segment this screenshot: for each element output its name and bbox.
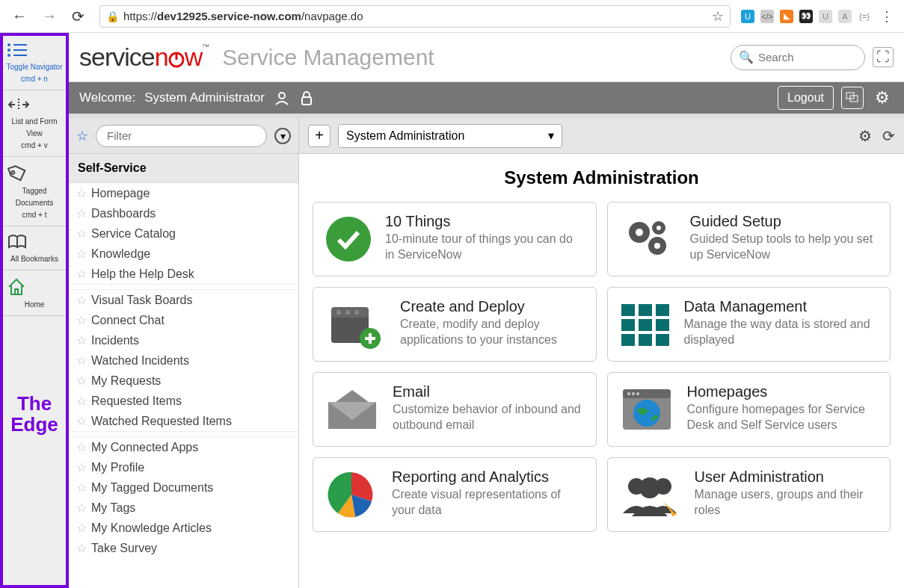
nav-item[interactable]: ☆My Tags [69, 498, 298, 518]
star-icon[interactable]: ☆ [76, 353, 87, 368]
gear-icon[interactable]: ⚙ [858, 127, 872, 145]
edge-home[interactable]: Home [3, 270, 66, 316]
ext-icon[interactable]: {=} [858, 10, 871, 23]
card-grid[interactable]: Data ManagementManage the way data is st… [607, 287, 891, 362]
nav-item[interactable]: ☆Service Catalog [69, 223, 298, 244]
nav-item[interactable]: ☆Knowledge [69, 244, 298, 264]
nav-item[interactable]: ☆Visual Task Boards [69, 290, 298, 310]
gear-icon[interactable]: ⚙ [871, 87, 894, 109]
card-check[interactable]: 10 Things10-minute tour of things you ca… [313, 202, 597, 276]
expand-icon[interactable]: ⛶ [873, 47, 894, 67]
ext-icon[interactable]: ◣ [780, 10, 793, 23]
nav-section-header[interactable]: Self-Service [69, 154, 298, 183]
star-icon[interactable]: ☆ [76, 394, 87, 408]
star-icon[interactable]: ☆ [76, 374, 87, 388]
star-icon[interactable]: ☆ [76, 480, 87, 495]
add-button[interactable]: + [308, 125, 330, 147]
star-icon[interactable]: ☆ [76, 226, 87, 241]
card-title: Guided Setup [690, 213, 880, 230]
nav-item[interactable]: ☆Requested Items [69, 391, 298, 411]
edge-toggle-navigator[interactable]: Toggle Navigatorcmd + n [3, 36, 66, 90]
card-grid: 10 Things10-minute tour of things you ca… [313, 202, 891, 532]
deploy-icon [324, 298, 388, 350]
card-mail[interactable]: EmailCustomize behavior of inbound and o… [313, 372, 597, 447]
star-icon[interactable]: ☆ [76, 247, 87, 261]
card-deploy[interactable]: Create and DeployCreate, modify and depl… [313, 287, 597, 362]
favorite-star-icon[interactable]: ☆ [76, 128, 88, 144]
card-pie[interactable]: Reporting and AnalyticsCreate visual rep… [313, 457, 597, 532]
ext-icon[interactable]: </> [760, 10, 774, 23]
star-icon[interactable]: ☆ [712, 8, 724, 25]
nav-item[interactable]: ☆My Tagged Documents [69, 477, 298, 498]
edge-sidebar: Toggle Navigatorcmd + n List and Form Vi… [0, 33, 69, 588]
lock-icon[interactable] [299, 90, 314, 106]
filter-input[interactable] [96, 125, 267, 147]
nav-item[interactable]: ☆Watched Incidents [69, 350, 298, 371]
logout-button[interactable]: Logout [778, 86, 834, 110]
svg-rect-28 [656, 304, 669, 316]
card-desc: Configure homepages for Service Desk and… [687, 402, 880, 433]
nav-item-label: Dashboards [91, 207, 156, 220]
reload-button[interactable]: ⟳ [67, 4, 89, 28]
edge-tagged-documents[interactable]: Tagged Documentscmd + t [3, 157, 66, 226]
card-users[interactable]: User AdministrationManage users, groups … [607, 457, 891, 532]
back-button[interactable]: ← [7, 4, 31, 28]
forward-button[interactable]: → [37, 4, 61, 28]
card-gears[interactable]: Guided SetupGuided Setup tools to help y… [607, 202, 891, 276]
global-search[interactable]: 🔍 ▼ [731, 45, 865, 70]
nav-item[interactable]: ☆Watched Requested Items [69, 411, 298, 431]
ext-icon[interactable]: 👀 [799, 10, 813, 23]
star-icon[interactable]: ☆ [76, 333, 87, 347]
nav-item[interactable]: ☆Homepage [69, 183, 298, 203]
ext-icon[interactable]: A [838, 10, 852, 23]
nav-item[interactable]: ☆My Requests [69, 371, 298, 391]
edge-label: All Bookmarks [10, 255, 58, 263]
card-title: 10 Things [385, 213, 585, 230]
tag-icon [6, 163, 63, 182]
content-body: System Administration 10 Things10-minute… [299, 154, 904, 588]
svg-rect-26 [621, 304, 635, 316]
star-icon[interactable]: ☆ [76, 267, 87, 281]
chrome-menu-icon[interactable]: ⋮ [877, 8, 897, 25]
collapse-icon[interactable]: ▾ [274, 128, 291, 144]
ext-icon[interactable]: U [819, 10, 832, 23]
star-icon[interactable]: ☆ [76, 206, 87, 220]
welcome-label: Welcome: [79, 90, 135, 105]
card-globe[interactable]: HomepagesConfigure homepages for Service… [607, 372, 891, 447]
star-icon[interactable]: ☆ [76, 186, 87, 200]
svg-point-39 [632, 392, 635, 395]
chat-icon[interactable] [841, 87, 864, 109]
star-icon[interactable]: ☆ [76, 501, 87, 515]
svg-point-24 [354, 310, 359, 315]
nav-item[interactable]: ☆Dashboards [69, 203, 298, 223]
nav-item[interactable]: ☆My Profile [69, 457, 298, 477]
nav-item[interactable]: ☆Help the Help Desk [69, 264, 298, 284]
nav-item[interactable]: ☆My Connected Apps [69, 437, 298, 457]
nav-item-label: Requested Items [91, 394, 182, 408]
edge-list-form-view[interactable]: List and Form Viewcmd + v [3, 90, 66, 157]
svg-point-41 [633, 400, 660, 427]
star-icon[interactable]: ☆ [76, 414, 87, 428]
user-icon[interactable] [274, 90, 290, 106]
search-icon: 🔍 [739, 50, 754, 64]
refresh-icon[interactable]: ⟳ [882, 127, 895, 145]
nav-item[interactable]: ☆My Knowledge Articles [69, 518, 298, 538]
star-icon[interactable]: ☆ [76, 440, 87, 454]
star-icon[interactable]: ☆ [76, 313, 87, 327]
nav-item[interactable]: ☆Take Survey [69, 538, 298, 558]
page-dropdown[interactable]: System Administration ▾ [338, 124, 562, 148]
star-icon[interactable]: ☆ [76, 460, 87, 474]
card-desc: Manage the way data is stored and displa… [684, 317, 880, 348]
nav-item[interactable]: ☆Connect Chat [69, 310, 298, 330]
address-bar[interactable]: 🔒 https://dev12925.service-now.com/navpa… [99, 5, 731, 28]
svg-rect-10 [302, 97, 311, 105]
star-icon[interactable]: ☆ [76, 293, 87, 307]
edge-all-bookmarks[interactable]: All Bookmarks [3, 226, 66, 270]
ext-icon[interactable]: U [741, 10, 754, 23]
star-icon[interactable]: ☆ [76, 521, 87, 535]
star-icon[interactable]: ☆ [76, 541, 87, 555]
nav-item[interactable]: ☆Incidents [69, 330, 298, 350]
navigator-list[interactable]: Self-Service ☆Homepage☆Dashboards☆Servic… [69, 154, 298, 588]
navigator-panel: ☆ ▾ Self-Service ☆Homepage☆Dashboards☆Se… [69, 118, 299, 588]
servicenow-logo[interactable]: servicenw™ [79, 43, 209, 72]
